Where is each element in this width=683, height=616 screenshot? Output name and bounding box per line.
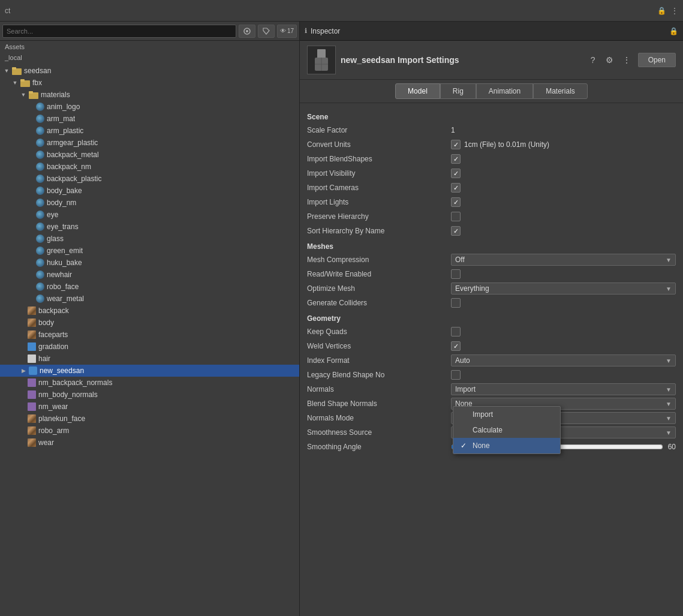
tree-item-nm_backpack_normals[interactable]: nm_backpack_normals bbox=[0, 377, 299, 389]
tree-item-arm_plastic[interactable]: arm_plastic bbox=[0, 125, 299, 137]
optimize-mesh-value: Everything bbox=[455, 284, 663, 293]
import-tab-animation[interactable]: Animation bbox=[476, 83, 533, 99]
main-layout: 👁 17 Assets _local ▼ seedsan▼ fbx▼ mater… bbox=[0, 22, 683, 616]
tree-item-fbx[interactable]: ▼ fbx bbox=[0, 77, 299, 89]
blend-shape-normals-menu: ImportCalculate✓None bbox=[453, 406, 561, 454]
tree-item-seedsan[interactable]: ▼ seedsan bbox=[0, 65, 299, 77]
tree-item-nm_wear[interactable]: nm_wear bbox=[0, 401, 299, 413]
texture-icon bbox=[28, 426, 36, 435]
tree-item-wear_metal[interactable]: wear_metal bbox=[0, 293, 299, 305]
tree-item-new_seedsan[interactable]: ▶ new_seedsan bbox=[0, 365, 299, 377]
texture-purple-icon bbox=[28, 378, 36, 387]
top-bar: ct 🔒 ⋮ bbox=[0, 0, 683, 22]
legacy-blend-shape-row: Legacy Blend Shape No bbox=[307, 368, 676, 381]
normals-mode-label: Normals Mode bbox=[307, 414, 451, 422]
tree-item-green_emit[interactable]: green_emit bbox=[0, 245, 299, 257]
inspector-tab-label-static[interactable]: Inspector bbox=[311, 27, 669, 35]
svg-rect-3 bbox=[12, 67, 16, 70]
options-btn[interactable]: ⋮ bbox=[620, 53, 633, 67]
tree-item-eye[interactable]: eye bbox=[0, 209, 299, 221]
checkbox[interactable] bbox=[451, 269, 461, 279]
tree-item-arm_mat[interactable]: arm_mat bbox=[0, 113, 299, 125]
dropdown-arrow: ▼ bbox=[666, 415, 672, 422]
checkbox[interactable] bbox=[451, 298, 461, 308]
lock-icon[interactable]: 🔒 bbox=[657, 7, 666, 15]
tree-item-body_nm[interactable]: body_nm bbox=[0, 197, 299, 209]
normals-dropdown[interactable]: Import ▼ bbox=[451, 383, 676, 395]
index-format-dropdown[interactable]: Auto ▼ bbox=[451, 354, 676, 366]
tree-item-planekun_face[interactable]: planekun_face bbox=[0, 413, 299, 425]
tree-label: gradation bbox=[38, 342, 68, 351]
tree-item-eye_trans[interactable]: eye_trans bbox=[0, 221, 299, 233]
checkbox[interactable] bbox=[451, 197, 461, 207]
importCameras-label: Import Cameras bbox=[307, 184, 451, 192]
tree-item-huku_bake[interactable]: huku_bake bbox=[0, 257, 299, 269]
texture-purple-icon bbox=[28, 390, 36, 399]
tree-item-armgear_plastic[interactable]: armgear_plastic bbox=[0, 137, 299, 149]
importLights-label: Import Lights bbox=[307, 198, 451, 206]
checkbox[interactable] bbox=[451, 370, 461, 380]
dropdown-option-calculate[interactable]: Calculate bbox=[453, 422, 560, 438]
tree-item-newhair[interactable]: newhair bbox=[0, 269, 299, 281]
tree-label: backpack_plastic bbox=[47, 175, 101, 183]
tree-item-anim_logo[interactable]: anim_logo bbox=[0, 101, 299, 113]
import-tab-materials[interactable]: Materials bbox=[533, 83, 588, 99]
tree-label: nm_body_normals bbox=[38, 390, 98, 399]
mesh-compression-dropdown[interactable]: Off ▼ bbox=[451, 254, 676, 266]
tag-btn[interactable] bbox=[258, 25, 275, 38]
optimize-mesh-dropdown[interactable]: Everything ▼ bbox=[451, 283, 676, 295]
presets-btn[interactable]: ⚙ bbox=[603, 53, 616, 67]
checkbox[interactable] bbox=[451, 154, 461, 164]
tree-item-wear[interactable]: wear bbox=[0, 437, 299, 449]
checkbox[interactable] bbox=[451, 212, 461, 221]
lock-icon-inspector[interactable]: 🔒 bbox=[669, 27, 678, 35]
tree-item-materials[interactable]: ▼ materials bbox=[0, 89, 299, 101]
dropdown-option-import[interactable]: Import bbox=[453, 407, 560, 422]
tree-label: arm_plastic bbox=[47, 127, 83, 135]
help-btn[interactable]: ? bbox=[586, 53, 600, 67]
tree-item-backpack_nm[interactable]: backpack_nm bbox=[0, 161, 299, 173]
tree-label: new_seedsan bbox=[40, 366, 84, 375]
checkbox[interactable] bbox=[451, 327, 461, 336]
import-tab-rig[interactable]: Rig bbox=[440, 83, 476, 99]
import-tab-model[interactable]: Model bbox=[395, 83, 440, 99]
checkbox[interactable] bbox=[451, 169, 461, 178]
convert-units-label: Convert Units bbox=[307, 140, 451, 149]
material-icon bbox=[36, 163, 44, 171]
tree-item-backpack_metal[interactable]: backpack_metal bbox=[0, 149, 299, 161]
weld-vertices-label: Weld Vertices bbox=[307, 342, 451, 350]
tree-item-robo_arm[interactable]: robo_arm bbox=[0, 425, 299, 437]
tree-item-hair[interactable]: hair bbox=[0, 353, 299, 365]
menu-icon[interactable]: ⋮ bbox=[671, 7, 678, 15]
tree-item-glass[interactable]: glass bbox=[0, 233, 299, 245]
eye-badge-btn[interactable]: 👁 17 bbox=[277, 25, 297, 38]
search-input[interactable] bbox=[2, 25, 236, 38]
dropdown-option-none[interactable]: ✓None bbox=[453, 438, 560, 453]
tree-item-backpack[interactable]: backpack bbox=[0, 305, 299, 317]
checkbox[interactable] bbox=[451, 183, 461, 193]
tree-item-backpack_plastic[interactable]: backpack_plastic bbox=[0, 173, 299, 185]
convert-units-row: Convert Units1cm (File) to 0.01m (Unity) bbox=[307, 138, 676, 151]
tree-label: armgear_plastic bbox=[47, 139, 98, 147]
check-mark: ✓ bbox=[461, 441, 470, 450]
normals-label: Normals bbox=[307, 385, 451, 393]
importBlendShapes-row: Import BlendShapes bbox=[307, 152, 676, 166]
tree-item-body_bake[interactable]: body_bake bbox=[0, 185, 299, 197]
checkbox[interactable] bbox=[451, 341, 461, 351]
open-button[interactable]: Open bbox=[638, 53, 676, 67]
tree-item-nm_body_normals[interactable]: nm_body_normals bbox=[0, 389, 299, 401]
filter-btn[interactable] bbox=[239, 25, 255, 38]
dropdown-arrow: ▼ bbox=[666, 286, 672, 292]
checkbox[interactable] bbox=[451, 226, 461, 236]
checkbox[interactable] bbox=[451, 140, 461, 149]
preserveHierarchy-row: Preserve Hierarchy bbox=[307, 210, 676, 223]
smoothing-angle-value: 60 bbox=[668, 443, 676, 451]
expand-arrow: ▼ bbox=[2, 67, 11, 75]
material-icon bbox=[36, 235, 44, 243]
expand-arrow: ▶ bbox=[19, 366, 28, 375]
tree-item-robo_face[interactable]: robo_face bbox=[0, 281, 299, 293]
option-label: None bbox=[473, 441, 490, 450]
tree-item-body[interactable]: body bbox=[0, 317, 299, 329]
tree-item-faceparts[interactable]: faceparts bbox=[0, 329, 299, 341]
tree-item-gradation[interactable]: gradation bbox=[0, 341, 299, 353]
